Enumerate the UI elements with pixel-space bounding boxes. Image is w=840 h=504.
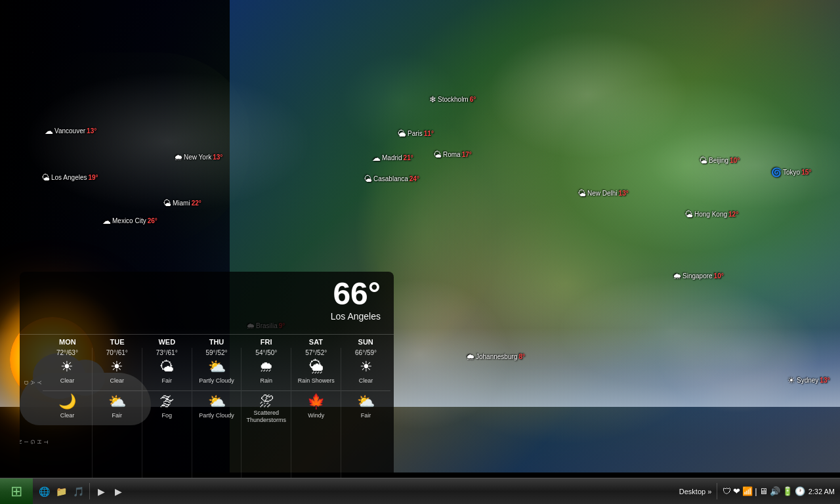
taskbar-quick-launch: 🌐 📁 🎵 ▶ ▶ bbox=[33, 483, 129, 499]
forecast-header-tue: TUE bbox=[93, 336, 142, 348]
temp-range-sun: 66°/59° bbox=[355, 348, 377, 358]
night-condition-sat: Windy bbox=[308, 410, 324, 424]
forecast-header-sun: SUN bbox=[341, 336, 390, 348]
city-vancouver: ☁Vancouver13° bbox=[45, 126, 96, 136]
night-icon-sat: 🍁 bbox=[307, 392, 325, 410]
city-mexico-city: ☁Mexico City26° bbox=[102, 216, 158, 226]
day-night-column: DAY NIGHT bbox=[23, 348, 43, 492]
day-condition-tue: Clear bbox=[110, 375, 125, 389]
day-icon-tue: ☀ bbox=[110, 358, 123, 375]
desktop-label: Desktop bbox=[679, 488, 705, 495]
city-new-york: 🌧New York13° bbox=[174, 152, 222, 162]
forecast-header-mon: MON bbox=[43, 336, 93, 348]
night-condition-tue: Fair bbox=[112, 410, 123, 424]
day-condition-fri: Rain bbox=[261, 375, 273, 389]
day-condition-thu: Partly Cloudy bbox=[199, 375, 234, 389]
night-condition-sun: Fair bbox=[361, 410, 371, 424]
desktop-arrow: » bbox=[707, 488, 711, 495]
city-casablanca: 🌤Casablanca24° bbox=[364, 174, 419, 184]
forecast-columns: 72°/63° ☀ Clear 🌙 Clear 70°/61° ☀ Clear … bbox=[43, 348, 390, 492]
current-temperature: 66° bbox=[161, 278, 381, 310]
temp-range-thu: 59°/52° bbox=[205, 348, 227, 358]
weather-temp-area: 66° Los Angeles bbox=[161, 278, 384, 322]
day-icon-mon: ☀ bbox=[60, 358, 74, 375]
night-icon-sun: ⛅ bbox=[357, 392, 375, 410]
forecast-header-wed: WED bbox=[142, 336, 192, 348]
day-icon-wed: 🌤 bbox=[159, 358, 174, 375]
forecast-col-wed: 73°/61° 🌤 Fair 🌫 Fog bbox=[142, 348, 192, 492]
city-singapore: 🌧Singapore10° bbox=[673, 271, 724, 281]
forecast-col-fri: 54°/50° 🌧 Rain ⛈ Scattered Thunderstorms bbox=[242, 348, 291, 492]
system-time: 2:32 AM bbox=[808, 488, 835, 495]
city-sydney: ☀Sydney13° bbox=[788, 375, 830, 385]
taskbar-right-divider bbox=[717, 483, 717, 499]
city-beijing: 🌤Beijing10° bbox=[699, 156, 740, 165]
city-miami: 🌤Miami22° bbox=[163, 198, 201, 208]
forecast-wrapper: DAY NIGHT 72°/63° ☀ Clear 🌙 Clear 70°/61… bbox=[20, 348, 394, 497]
tray-shield-icon: 🛡 bbox=[723, 486, 731, 496]
start-button[interactable]: ⊞ bbox=[0, 478, 33, 505]
temp-range-sat: 57°/52° bbox=[305, 348, 327, 358]
forecast-col-mon: 72°/63° ☀ Clear 🌙 Clear bbox=[43, 348, 93, 492]
temp-range-tue: 70°/61° bbox=[106, 348, 128, 358]
day-condition-mon: Clear bbox=[60, 375, 75, 389]
system-tray: 🛡 ❤ 📶 | 🖥 🔊 🔋 🕐 bbox=[723, 486, 805, 496]
day-condition-wed: Fair bbox=[161, 375, 172, 389]
night-condition-thu: Partly Cloudy bbox=[199, 410, 234, 424]
forecast-col-sat: 57°/52° 🌦 Rain Showers 🍁 Windy bbox=[291, 348, 341, 492]
city-hong-kong: 🌤Hong Kong12° bbox=[684, 209, 738, 219]
day-condition-sun: Clear bbox=[359, 375, 373, 389]
forecast-header-sat: SAT bbox=[291, 336, 341, 348]
day-icon-sun: ☀ bbox=[360, 358, 373, 375]
temp-range-mon: 72°/63° bbox=[56, 348, 78, 358]
forecast-col-thu: 59°/52° ⛅ Partly Cloudy ⛅ Partly Cloudy bbox=[192, 348, 242, 492]
taskbar-extra2[interactable]: ▶ bbox=[110, 484, 126, 499]
day-icon-fri: 🌧 bbox=[259, 358, 274, 375]
night-icon-tue: ⛅ bbox=[108, 392, 126, 410]
city-stockholm: ❄Stockholm6° bbox=[429, 94, 476, 104]
day-condition-sat: Rain Showers bbox=[298, 375, 335, 389]
current-city: Los Angeles bbox=[161, 311, 381, 322]
city-johannesburg: 🌧Johannesburg8° bbox=[466, 352, 525, 362]
taskbar-extra1[interactable]: ▶ bbox=[93, 484, 109, 499]
taskbar-divider bbox=[89, 483, 90, 499]
night-icon-fri: ⛈ bbox=[259, 392, 274, 410]
weather-sun-area bbox=[30, 278, 161, 331]
desktop-button[interactable]: Desktop » bbox=[679, 488, 711, 495]
tray-heart-icon: ❤ bbox=[733, 486, 740, 496]
city-roma: 🌤Roma17° bbox=[433, 150, 472, 159]
city-madrid: ☁Madrid21° bbox=[372, 153, 413, 163]
weather-header: 66° Los Angeles bbox=[20, 272, 394, 334]
tray-clock-icon: 🕐 bbox=[795, 486, 805, 496]
forecast-col-sun: 66°/59° ☀ Clear ⛅ Fair bbox=[341, 348, 390, 492]
city-los-angeles: 🌤Los Angeles19° bbox=[41, 173, 98, 182]
tray-sound-icon: 🔊 bbox=[770, 486, 780, 496]
taskbar-right-area: Desktop » 🛡 ❤ 📶 | 🖥 🔊 🔋 🕐 2:32 AM bbox=[674, 483, 840, 499]
night-condition-wed: Fog bbox=[161, 410, 172, 424]
taskbar-ie-icon[interactable]: 🌐 bbox=[36, 484, 52, 499]
taskbar-folder-icon[interactable]: 📁 bbox=[53, 484, 69, 499]
weather-widget: 66° Los Angeles MONTUEWEDTHUFRISATSUN DA… bbox=[20, 272, 394, 497]
city-tokyo: 🌀Tokyo15° bbox=[771, 167, 811, 177]
day-icon-thu: ⛅ bbox=[208, 358, 226, 375]
forecast-header-fri: FRI bbox=[242, 336, 291, 348]
day-icon-sat: 🌦 bbox=[309, 358, 324, 375]
forecast-col-headers: MONTUEWEDTHUFRISATSUN bbox=[43, 336, 390, 348]
temp-range-fri: 54°/50° bbox=[255, 348, 277, 358]
forecast-col-tue: 70°/61° ☀ Clear ⛅ Fair bbox=[93, 348, 142, 492]
city-new-delhi: 🌤New Delhi13° bbox=[578, 188, 629, 198]
forecast-header-thu: THU bbox=[192, 336, 242, 348]
night-condition-fri: Scattered Thunderstorms bbox=[242, 410, 291, 426]
tray-divider: | bbox=[755, 486, 757, 496]
night-icon-mon: 🌙 bbox=[58, 392, 76, 410]
night-icon-wed: 🌫 bbox=[159, 392, 174, 410]
temp-range-wed: 73°/61° bbox=[156, 348, 178, 358]
day-label: DAY bbox=[23, 381, 43, 433]
night-condition-mon: Clear bbox=[60, 410, 75, 424]
tray-signal-icon: 📶 bbox=[742, 486, 753, 496]
night-icon-thu: ⛅ bbox=[208, 392, 226, 410]
forecast-days-header: MONTUEWEDTHUFRISATSUN bbox=[20, 334, 394, 348]
city-paris: 🌥Paris11° bbox=[398, 129, 434, 138]
tray-monitor-icon: 🖥 bbox=[759, 486, 768, 496]
taskbar-media-icon[interactable]: 🎵 bbox=[70, 484, 86, 499]
